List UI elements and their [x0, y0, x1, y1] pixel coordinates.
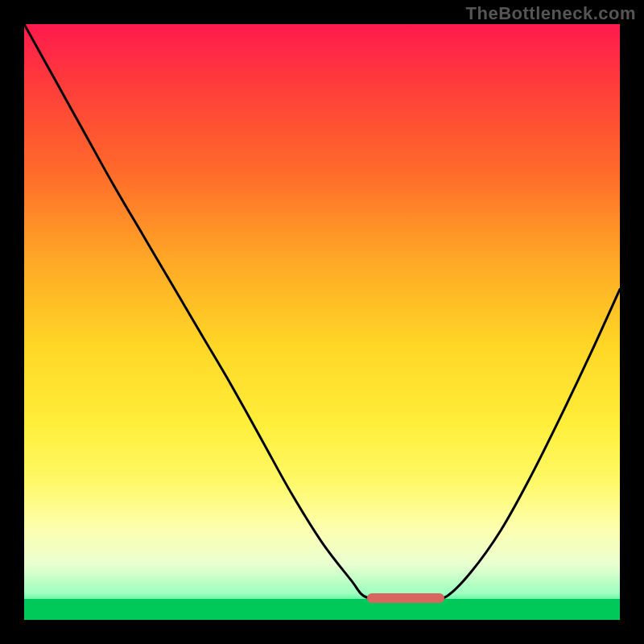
optimum-marker	[367, 593, 444, 603]
chart-frame: TheBottleneck.com	[0, 0, 644, 644]
bottleneck-curve-svg	[24, 24, 620, 620]
plot-area	[24, 24, 620, 620]
bottleneck-curve	[24, 24, 620, 599]
plot-outer	[24, 24, 620, 620]
watermark-text: TheBottleneck.com	[466, 3, 636, 24]
